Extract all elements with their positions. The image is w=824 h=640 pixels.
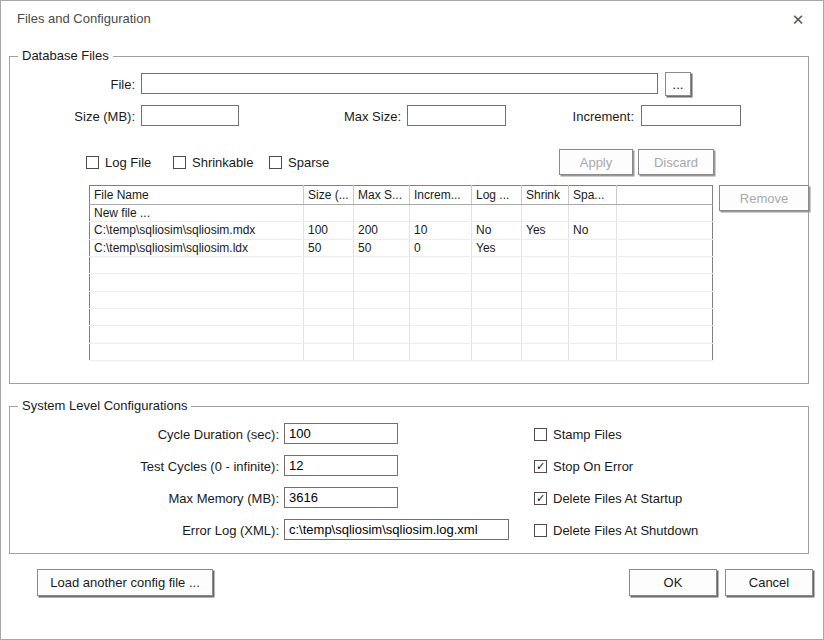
file-input[interactable] (141, 73, 658, 94)
stamp-files-checkbox[interactable]: Stamp Files (534, 427, 622, 442)
column-header-max-size[interactable]: Max S... (354, 186, 410, 205)
max-size-input[interactable] (407, 105, 506, 126)
size-mb-label: Size (MB): (9, 109, 135, 124)
system-config-group-label: System Level Configurations (18, 398, 191, 413)
title-bar: Files and Configuration ✕ (1, 1, 823, 37)
test-cycles-input[interactable] (284, 455, 398, 476)
table-cell[interactable]: 50 (304, 239, 354, 256)
cancel-button[interactable]: Cancel (725, 569, 813, 596)
column-header-shrink[interactable]: Shrink (522, 186, 569, 205)
error-log-input[interactable] (284, 519, 509, 540)
table-cell[interactable]: Yes (522, 222, 569, 239)
table-row-empty (90, 256, 713, 273)
stop-on-error-checkbox-box[interactable]: ✓ (534, 460, 547, 473)
table-row-empty (90, 308, 713, 325)
increment-input[interactable] (641, 105, 741, 126)
files-and-configuration-dialog: Files and Configuration ✕ Database Files… (0, 0, 824, 640)
table-cell[interactable]: Yes (472, 239, 522, 256)
ok-button[interactable]: OK (629, 569, 717, 596)
stop-on-error-checkbox-label[interactable]: Stop On Error (553, 459, 633, 474)
max-memory-input[interactable] (284, 487, 398, 508)
sparse-checkbox-box[interactable] (269, 156, 282, 169)
error-log-label: Error Log (XML): (9, 523, 279, 538)
column-header-sparse[interactable]: Spa... (569, 186, 617, 205)
table-cell[interactable] (472, 205, 522, 222)
table-row-new-file[interactable]: New file ... (90, 205, 713, 222)
delete-files-at-shutdown-checkbox-box[interactable] (534, 524, 547, 537)
column-header-log[interactable]: Log ... (472, 186, 522, 205)
max-size-label: Max Size: (281, 109, 401, 124)
table-cell[interactable] (617, 239, 713, 256)
cycle-duration-input[interactable] (284, 423, 398, 444)
apply-button[interactable]: Apply (559, 149, 633, 175)
database-files-group-label: Database Files (18, 48, 113, 63)
table-cell[interactable] (617, 205, 713, 222)
delete-files-at-shutdown-checkbox-label[interactable]: Delete Files At Shutdown (553, 523, 698, 538)
table-cell[interactable] (617, 222, 713, 239)
column-header-file-name[interactable]: File Name (90, 186, 304, 205)
window-title: Files and Configuration (17, 11, 151, 26)
table-row[interactable]: C:\temp\sqliosim\sqliosim.mdx 100 200 10… (90, 222, 713, 239)
table-cell[interactable] (569, 239, 617, 256)
column-header-size[interactable]: Size (... (304, 186, 354, 205)
table-cell[interactable] (522, 239, 569, 256)
table-cell[interactable] (304, 205, 354, 222)
shrinkable-checkbox[interactable]: Shrinkable (173, 155, 253, 170)
sparse-checkbox-label[interactable]: Sparse (288, 155, 329, 170)
table-row-empty (90, 326, 713, 343)
table-row-empty (90, 343, 713, 360)
table-cell[interactable]: 50 (354, 239, 410, 256)
cycle-duration-label: Cycle Duration (sec): (9, 427, 279, 442)
stop-on-error-checkbox[interactable]: ✓ Stop On Error (534, 459, 633, 474)
table-cell[interactable]: New file ... (90, 205, 304, 222)
table-cell[interactable]: 10 (410, 222, 472, 239)
increment-label: Increment: (511, 109, 634, 124)
stamp-files-checkbox-box[interactable] (534, 428, 547, 441)
files-table: File Name Size (... Max S... Increm... L… (89, 185, 713, 361)
log-file-checkbox-box[interactable] (86, 156, 99, 169)
column-header-increment[interactable]: Increm... (410, 186, 472, 205)
max-memory-label: Max Memory (MB): (9, 491, 279, 506)
table-cell[interactable] (569, 205, 617, 222)
table-cell[interactable]: C:\temp\sqliosim\sqliosim.mdx (90, 222, 304, 239)
table-cell[interactable]: No (472, 222, 522, 239)
close-icon[interactable]: ✕ (787, 9, 809, 31)
shrinkable-checkbox-box[interactable] (173, 156, 186, 169)
files-table-header-row: File Name Size (... Max S... Increm... L… (90, 186, 713, 205)
table-cell[interactable] (522, 205, 569, 222)
log-file-checkbox[interactable]: Log File (86, 155, 151, 170)
column-header-blank[interactable] (617, 186, 713, 205)
size-mb-input[interactable] (141, 105, 239, 126)
log-file-checkbox-label[interactable]: Log File (105, 155, 151, 170)
sparse-checkbox[interactable]: Sparse (269, 155, 329, 170)
load-config-button[interactable]: Load another config file ... (37, 569, 213, 596)
table-cell[interactable] (410, 205, 472, 222)
delete-files-at-shutdown-checkbox[interactable]: Delete Files At Shutdown (534, 523, 698, 538)
delete-files-at-startup-checkbox-label[interactable]: Delete Files At Startup (553, 491, 682, 506)
delete-files-at-startup-checkbox-box[interactable]: ✓ (534, 492, 547, 505)
table-cell[interactable]: 0 (410, 239, 472, 256)
table-row-empty (90, 274, 713, 291)
table-row-empty (90, 291, 713, 308)
table-row[interactable]: C:\temp\sqliosim\sqliosim.ldx 50 50 0 Ye… (90, 239, 713, 256)
browse-button[interactable]: ... (665, 72, 691, 96)
table-cell[interactable]: 200 (354, 222, 410, 239)
delete-files-at-startup-checkbox[interactable]: ✓ Delete Files At Startup (534, 491, 682, 506)
shrinkable-checkbox-label[interactable]: Shrinkable (192, 155, 253, 170)
table-cell[interactable]: C:\temp\sqliosim\sqliosim.ldx (90, 239, 304, 256)
table-cell[interactable]: 100 (304, 222, 354, 239)
table-cell[interactable]: No (569, 222, 617, 239)
remove-button[interactable]: Remove (719, 185, 809, 211)
discard-button[interactable]: Discard (638, 149, 714, 175)
table-cell[interactable] (354, 205, 410, 222)
test-cycles-label: Test Cycles (0 - infinite): (9, 459, 279, 474)
file-label: File: (9, 77, 135, 92)
stamp-files-checkbox-label[interactable]: Stamp Files (553, 427, 622, 442)
